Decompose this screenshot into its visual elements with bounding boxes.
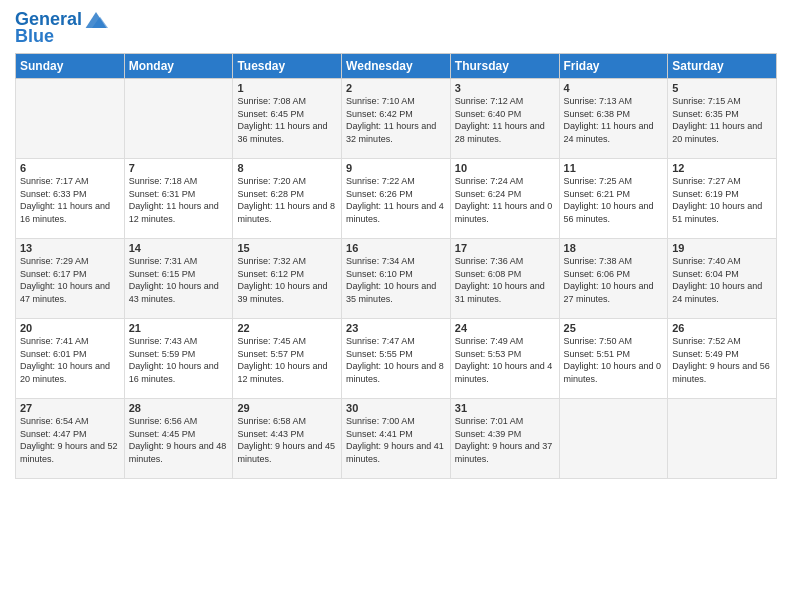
day-info: Sunrise: 7:12 AMSunset: 6:40 PMDaylight:… [455, 95, 555, 145]
logo: General Blue [15, 10, 108, 47]
day-info: Sunrise: 7:18 AMSunset: 6:31 PMDaylight:… [129, 175, 229, 225]
day-info: Sunrise: 7:01 AMSunset: 4:39 PMDaylight:… [455, 415, 555, 465]
day-number: 22 [237, 322, 337, 334]
day-number: 2 [346, 82, 446, 94]
day-info: Sunrise: 7:50 AMSunset: 5:51 PMDaylight:… [564, 335, 664, 385]
logo-icon [84, 10, 108, 30]
calendar-cell: 19Sunrise: 7:40 AMSunset: 6:04 PMDayligh… [668, 239, 777, 319]
day-number: 18 [564, 242, 664, 254]
day-number: 5 [672, 82, 772, 94]
weekday-header-friday: Friday [559, 54, 668, 79]
calendar-cell: 2Sunrise: 7:10 AMSunset: 6:42 PMDaylight… [342, 79, 451, 159]
calendar-cell: 21Sunrise: 7:43 AMSunset: 5:59 PMDayligh… [124, 319, 233, 399]
calendar-cell: 3Sunrise: 7:12 AMSunset: 6:40 PMDaylight… [450, 79, 559, 159]
day-info: Sunrise: 6:58 AMSunset: 4:43 PMDaylight:… [237, 415, 337, 465]
calendar-table: SundayMondayTuesdayWednesdayThursdayFrid… [15, 53, 777, 479]
day-info: Sunrise: 7:36 AMSunset: 6:08 PMDaylight:… [455, 255, 555, 305]
calendar-cell: 18Sunrise: 7:38 AMSunset: 6:06 PMDayligh… [559, 239, 668, 319]
day-number: 30 [346, 402, 446, 414]
day-number: 17 [455, 242, 555, 254]
week-row-2: 6Sunrise: 7:17 AMSunset: 6:33 PMDaylight… [16, 159, 777, 239]
calendar-cell: 20Sunrise: 7:41 AMSunset: 6:01 PMDayligh… [16, 319, 125, 399]
day-number: 13 [20, 242, 120, 254]
week-row-5: 27Sunrise: 6:54 AMSunset: 4:47 PMDayligh… [16, 399, 777, 479]
day-number: 19 [672, 242, 772, 254]
day-info: Sunrise: 7:31 AMSunset: 6:15 PMDaylight:… [129, 255, 229, 305]
day-info: Sunrise: 7:45 AMSunset: 5:57 PMDaylight:… [237, 335, 337, 385]
day-info: Sunrise: 7:08 AMSunset: 6:45 PMDaylight:… [237, 95, 337, 145]
day-info: Sunrise: 7:25 AMSunset: 6:21 PMDaylight:… [564, 175, 664, 225]
calendar-cell: 9Sunrise: 7:22 AMSunset: 6:26 PMDaylight… [342, 159, 451, 239]
day-number: 4 [564, 82, 664, 94]
calendar-cell: 1Sunrise: 7:08 AMSunset: 6:45 PMDaylight… [233, 79, 342, 159]
day-info: Sunrise: 7:13 AMSunset: 6:38 PMDaylight:… [564, 95, 664, 145]
calendar-cell: 10Sunrise: 7:24 AMSunset: 6:24 PMDayligh… [450, 159, 559, 239]
header-row: SundayMondayTuesdayWednesdayThursdayFrid… [16, 54, 777, 79]
day-info: Sunrise: 7:34 AMSunset: 6:10 PMDaylight:… [346, 255, 446, 305]
day-number: 24 [455, 322, 555, 334]
calendar-cell: 24Sunrise: 7:49 AMSunset: 5:53 PMDayligh… [450, 319, 559, 399]
day-number: 11 [564, 162, 664, 174]
calendar-cell: 8Sunrise: 7:20 AMSunset: 6:28 PMDaylight… [233, 159, 342, 239]
day-info: Sunrise: 7:52 AMSunset: 5:49 PMDaylight:… [672, 335, 772, 385]
calendar-cell [559, 399, 668, 479]
day-info: Sunrise: 7:43 AMSunset: 5:59 PMDaylight:… [129, 335, 229, 385]
calendar-cell [124, 79, 233, 159]
calendar-cell: 25Sunrise: 7:50 AMSunset: 5:51 PMDayligh… [559, 319, 668, 399]
weekday-header-thursday: Thursday [450, 54, 559, 79]
day-number: 29 [237, 402, 337, 414]
calendar-cell: 12Sunrise: 7:27 AMSunset: 6:19 PMDayligh… [668, 159, 777, 239]
calendar-cell: 15Sunrise: 7:32 AMSunset: 6:12 PMDayligh… [233, 239, 342, 319]
day-info: Sunrise: 6:56 AMSunset: 4:45 PMDaylight:… [129, 415, 229, 465]
day-info: Sunrise: 7:40 AMSunset: 6:04 PMDaylight:… [672, 255, 772, 305]
header: General Blue [15, 10, 777, 47]
day-number: 23 [346, 322, 446, 334]
day-info: Sunrise: 7:10 AMSunset: 6:42 PMDaylight:… [346, 95, 446, 145]
calendar-cell: 11Sunrise: 7:25 AMSunset: 6:21 PMDayligh… [559, 159, 668, 239]
weekday-header-tuesday: Tuesday [233, 54, 342, 79]
day-number: 21 [129, 322, 229, 334]
day-number: 8 [237, 162, 337, 174]
calendar-cell: 5Sunrise: 7:15 AMSunset: 6:35 PMDaylight… [668, 79, 777, 159]
day-info: Sunrise: 7:32 AMSunset: 6:12 PMDaylight:… [237, 255, 337, 305]
day-number: 26 [672, 322, 772, 334]
calendar-cell: 28Sunrise: 6:56 AMSunset: 4:45 PMDayligh… [124, 399, 233, 479]
day-number: 6 [20, 162, 120, 174]
day-number: 16 [346, 242, 446, 254]
calendar-cell: 31Sunrise: 7:01 AMSunset: 4:39 PMDayligh… [450, 399, 559, 479]
day-number: 9 [346, 162, 446, 174]
calendar-cell: 16Sunrise: 7:34 AMSunset: 6:10 PMDayligh… [342, 239, 451, 319]
calendar-cell: 4Sunrise: 7:13 AMSunset: 6:38 PMDaylight… [559, 79, 668, 159]
day-info: Sunrise: 7:41 AMSunset: 6:01 PMDaylight:… [20, 335, 120, 385]
day-number: 28 [129, 402, 229, 414]
day-info: Sunrise: 6:54 AMSunset: 4:47 PMDaylight:… [20, 415, 120, 465]
day-number: 20 [20, 322, 120, 334]
calendar-cell [668, 399, 777, 479]
day-info: Sunrise: 7:20 AMSunset: 6:28 PMDaylight:… [237, 175, 337, 225]
day-info: Sunrise: 7:47 AMSunset: 5:55 PMDaylight:… [346, 335, 446, 385]
day-number: 27 [20, 402, 120, 414]
calendar-cell: 30Sunrise: 7:00 AMSunset: 4:41 PMDayligh… [342, 399, 451, 479]
day-number: 10 [455, 162, 555, 174]
day-number: 1 [237, 82, 337, 94]
day-info: Sunrise: 7:38 AMSunset: 6:06 PMDaylight:… [564, 255, 664, 305]
calendar-cell: 7Sunrise: 7:18 AMSunset: 6:31 PMDaylight… [124, 159, 233, 239]
week-row-3: 13Sunrise: 7:29 AMSunset: 6:17 PMDayligh… [16, 239, 777, 319]
weekday-header-saturday: Saturday [668, 54, 777, 79]
day-info: Sunrise: 7:27 AMSunset: 6:19 PMDaylight:… [672, 175, 772, 225]
day-number: 25 [564, 322, 664, 334]
calendar-cell: 23Sunrise: 7:47 AMSunset: 5:55 PMDayligh… [342, 319, 451, 399]
day-info: Sunrise: 7:29 AMSunset: 6:17 PMDaylight:… [20, 255, 120, 305]
week-row-4: 20Sunrise: 7:41 AMSunset: 6:01 PMDayligh… [16, 319, 777, 399]
calendar-cell: 29Sunrise: 6:58 AMSunset: 4:43 PMDayligh… [233, 399, 342, 479]
weekday-header-monday: Monday [124, 54, 233, 79]
calendar-cell: 6Sunrise: 7:17 AMSunset: 6:33 PMDaylight… [16, 159, 125, 239]
day-info: Sunrise: 7:00 AMSunset: 4:41 PMDaylight:… [346, 415, 446, 465]
week-row-1: 1Sunrise: 7:08 AMSunset: 6:45 PMDaylight… [16, 79, 777, 159]
calendar-cell: 27Sunrise: 6:54 AMSunset: 4:47 PMDayligh… [16, 399, 125, 479]
weekday-header-sunday: Sunday [16, 54, 125, 79]
day-info: Sunrise: 7:24 AMSunset: 6:24 PMDaylight:… [455, 175, 555, 225]
day-number: 31 [455, 402, 555, 414]
calendar-cell: 17Sunrise: 7:36 AMSunset: 6:08 PMDayligh… [450, 239, 559, 319]
weekday-header-wednesday: Wednesday [342, 54, 451, 79]
